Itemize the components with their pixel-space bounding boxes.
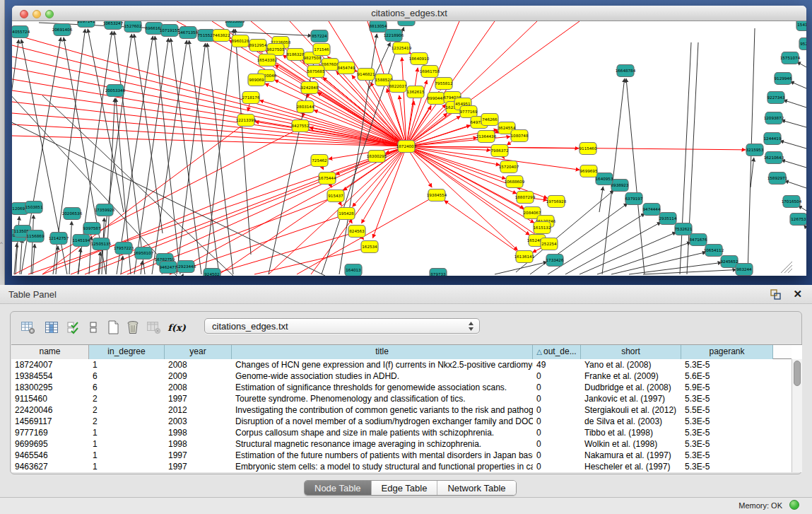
graph-node-selected[interactable]: 7955812 xyxy=(435,78,453,90)
graph-node[interactable]: 12093872 xyxy=(764,112,784,124)
graph-node-selected[interactable]: 18300295 xyxy=(367,151,387,163)
graph-node-selected[interactable]: 8990448 xyxy=(428,93,445,105)
graph-node[interactable]: 859718 xyxy=(398,21,415,26)
graph-node[interactable]: 3215953 xyxy=(746,144,764,156)
network-window-titlebar[interactable]: citations_edges.txt xyxy=(12,6,806,21)
graph-node-selected[interactable]: 10688609 xyxy=(505,176,525,188)
graph-node[interactable]: 1527602 xyxy=(124,21,142,33)
column-header-name[interactable]: name xyxy=(11,345,89,359)
graph-node[interactable]: 9397587 xyxy=(83,223,101,235)
graph-node-selected[interactable]: 162534 xyxy=(361,241,378,253)
graph-node[interactable]: 1503851 xyxy=(25,201,43,214)
graph-node[interactable]: 857224 xyxy=(311,30,328,42)
graph-node[interactable]: 14671358 xyxy=(178,27,199,39)
table-row[interactable]: 2242004622012Investigating the contribut… xyxy=(11,404,792,416)
graph-node[interactable]: 2935114 xyxy=(659,213,677,225)
column-header-title[interactable]: title xyxy=(232,345,533,359)
column-chooser-button[interactable] xyxy=(42,317,61,337)
graph-node[interactable]: 8471676 xyxy=(690,234,707,246)
graph-node-selected[interactable]: 19384554 xyxy=(427,189,447,201)
table-row[interactable]: 1938455462009Genome-wide association stu… xyxy=(11,370,792,382)
table-settings-button[interactable] xyxy=(19,317,37,337)
graph-node[interactable]: 17016504 xyxy=(782,196,802,208)
table-row[interactable]: 946554611997Estimation of the future num… xyxy=(11,450,792,461)
graph-node[interactable]: 9462477 xyxy=(160,262,177,274)
table-row[interactable]: 911546021997Tourette syndrome. Phenomeno… xyxy=(11,393,792,404)
table-row[interactable]: 1872400712008Changes of HCN gene express… xyxy=(11,359,792,370)
graph-node-selected[interactable]: 5875685 xyxy=(307,66,325,78)
graph-node-selected[interactable]: 15720407 xyxy=(499,161,519,173)
graph-node[interactable]: 17359928 xyxy=(95,204,115,216)
graph-node-selected[interactable]: 252254 xyxy=(541,238,558,250)
graph-node[interactable]: 16033809 xyxy=(225,21,245,28)
graph-node[interactable]: 10654112 xyxy=(704,245,724,257)
graph-node-selected[interactable]: 9115460 xyxy=(579,143,597,155)
graph-node-selected[interactable]: 9699695 xyxy=(580,165,598,177)
delete-table-button[interactable] xyxy=(124,317,142,337)
graph-node[interactable]: 126753 xyxy=(790,214,806,226)
graph-node-selected[interactable]: 1362615 xyxy=(407,86,425,98)
network-graph[interactable]: 1405572420691406209714110653247152760269… xyxy=(12,21,806,276)
table-row[interactable]: 1456911722003Disruption of a novel membe… xyxy=(11,416,792,427)
scrollbar-thumb[interactable] xyxy=(794,361,801,386)
graph-node-selected[interactable]: 1675444 xyxy=(319,173,336,185)
graph-node[interactable]: 6379197 xyxy=(625,193,643,205)
graph-node-selected[interactable]: 1080748 xyxy=(511,130,529,142)
graph-node-selected[interactable]: 18640910 xyxy=(409,53,430,65)
column-header-in-degree[interactable]: in_degree xyxy=(89,345,165,359)
tab-edge-table[interactable]: Edge Table xyxy=(372,481,438,495)
graph-node[interactable]: 7532621 xyxy=(675,223,693,235)
graph-node-selected[interactable]: 8912954 xyxy=(249,40,267,52)
graph-node-selected[interactable]: 1615132 xyxy=(534,222,551,234)
new-table-button[interactable] xyxy=(104,317,122,337)
graph-node-selected[interactable]: 8454749 xyxy=(338,62,355,74)
graph-node[interactable]: 1145194 xyxy=(73,235,90,247)
graph-node[interactable]: 12505135 xyxy=(91,238,112,250)
graph-node[interactable]: 12923448 xyxy=(176,261,196,273)
graph-node[interactable]: 9129946 xyxy=(775,73,792,85)
graph-node-selected[interactable]: 8822037 xyxy=(389,81,407,93)
graph-node-selected[interactable]: 9146821 xyxy=(358,69,375,81)
graph-node-selected[interactable]: 195428 xyxy=(338,208,355,220)
graph-node[interactable]: 879733 xyxy=(430,269,447,276)
graph-node[interactable]: 9227343 xyxy=(767,92,785,104)
graph-node[interactable]: 952627 xyxy=(799,38,806,50)
graph-node[interactable]: 20053346 xyxy=(105,85,126,97)
graph-node[interactable]: 924502 xyxy=(204,269,220,276)
graph-node[interactable]: 16648784 xyxy=(616,65,636,77)
close-panel-icon[interactable]: ✕ xyxy=(793,288,802,300)
graph-node[interactable]: 15892971 xyxy=(767,173,788,185)
graph-node-selected[interactable]: 746266 xyxy=(481,114,498,126)
network-window[interactable]: citations_edges.txt 14055724206914062097… xyxy=(12,6,806,276)
column-header-year[interactable]: year xyxy=(165,345,232,359)
graph-node-selected[interactable]: 8186328 xyxy=(287,49,305,61)
graph-node-selected[interactable]: 725462 xyxy=(311,155,328,167)
graph-node[interactable]: 1156869 xyxy=(27,230,45,243)
graph-node-selected[interactable]: 19756928 xyxy=(546,196,567,208)
table-row[interactable]: 1830029562008Estimation of significance … xyxy=(11,382,792,393)
tab-network-table[interactable]: Network Table xyxy=(437,481,515,495)
graph-node-selected[interactable]: 8960128 xyxy=(232,35,249,47)
graph-node-selected[interactable]: 2718176 xyxy=(242,92,260,104)
table-row[interactable]: 969969511998Structural magnetic resonanc… xyxy=(11,438,792,450)
graph-node-selected[interactable]: 7986372 xyxy=(491,145,509,157)
graph-node[interactable]: 1733426 xyxy=(546,255,564,267)
graph-node[interactable]: 15751074 xyxy=(780,52,801,64)
graph-node[interactable]: 154186 xyxy=(796,21,806,31)
graph-node[interactable]: 983244 xyxy=(736,264,753,276)
graph-node-selected[interactable]: 12325419 xyxy=(392,42,412,54)
function-builder-button[interactable]: f(x) xyxy=(167,317,186,337)
graph-node[interactable]: 14055724 xyxy=(12,26,30,38)
graph-node[interactable]: 16958107 xyxy=(134,247,154,259)
select-rows-button[interactable] xyxy=(64,317,83,337)
graph-node[interactable]: 1244419 xyxy=(764,133,782,145)
graph-node-selected[interactable]: 18724007 xyxy=(396,141,417,153)
table-row[interactable]: 977716911998Corpus callosum shape and si… xyxy=(11,427,792,438)
graph-node-selected[interactable]: 8427552 xyxy=(292,120,310,132)
graph-node[interactable]: 164013 xyxy=(345,264,362,276)
graph-node[interactable]: 9474444 xyxy=(643,204,661,216)
column-header-out-de-[interactable]: △out_de... xyxy=(533,345,581,359)
graph-node[interactable]: 12218906 xyxy=(384,30,404,42)
table-vertical-scrollbar[interactable] xyxy=(792,359,802,472)
graph-node[interactable]: 17957223 xyxy=(114,243,134,255)
